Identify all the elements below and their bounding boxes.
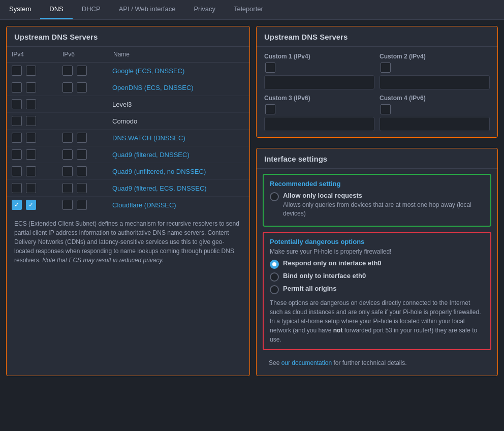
bind-eth0-radio[interactable] xyxy=(270,272,279,282)
custom-upstream-dns-panel: Upstream DNS Servers Custom 1 (IPv4) Cus… xyxy=(256,26,498,138)
table-row: Quad9 (unfiltered, no DNSSEC) xyxy=(7,163,249,180)
ipv6-cell-1 xyxy=(57,79,108,96)
ipv6-checkbox-6-0[interactable] xyxy=(62,166,73,176)
permit-origins-option[interactable]: Permit all origins xyxy=(270,285,484,294)
ipv6-checkbox-1-1[interactable] xyxy=(77,82,87,93)
ipv6-cell-0 xyxy=(57,63,108,79)
ipv6-checkbox-8-0[interactable] xyxy=(62,200,73,210)
col-header-ipv4: IPv4 xyxy=(7,47,57,63)
ipv4-cell-8: ✓✓ xyxy=(7,197,57,213)
allow-local-text: Allow only local requests Allows only qu… xyxy=(283,192,484,218)
ipv4-checkbox-0-0[interactable] xyxy=(12,66,22,76)
custom2-checkbox[interactable] xyxy=(381,63,391,73)
ipv6-checkbox-5-0[interactable] xyxy=(62,149,73,160)
custom2-check-row xyxy=(380,63,490,73)
allow-local-radio[interactable] xyxy=(270,192,279,201)
ipv4-checkbox-1-1[interactable] xyxy=(26,82,36,93)
custom4-item: Custom 4 (IPv6) xyxy=(380,95,490,131)
table-row: OpenDNS (ECS, DNSSEC) xyxy=(7,79,249,96)
allow-local-label: Allow only local requests xyxy=(283,192,484,199)
dns-name-0: Google (ECS, DNSSEC) xyxy=(108,63,249,79)
recommended-title: Recommended setting xyxy=(270,180,484,188)
custom2-input[interactable] xyxy=(380,75,490,89)
ipv6-checkbox-5-1[interactable] xyxy=(77,149,87,160)
dangerous-title: Potentially dangerous options xyxy=(270,238,484,245)
tab-privacy[interactable]: Privacy xyxy=(184,0,225,19)
ipv4-cell-3 xyxy=(7,113,57,130)
interface-settings-panel: Interface settings Recommended setting A… xyxy=(256,148,498,376)
ipv4-checkbox-6-1[interactable] xyxy=(26,166,36,176)
table-row: Quad9 (filtered, ECS, DNSSEC) xyxy=(7,180,249,197)
ipv4-checkbox-0-1[interactable] xyxy=(26,66,36,76)
custom1-input[interactable] xyxy=(264,75,374,89)
ipv6-cell-6 xyxy=(57,163,108,180)
tab-dhcp[interactable]: DHCP xyxy=(73,0,110,19)
ipv4-checkbox-5-0[interactable] xyxy=(12,149,22,160)
ipv4-checkbox-5-1[interactable] xyxy=(26,149,36,160)
upstream-dns-left-panel: Upstream DNS Servers IPv4 IPv6 Name Goog… xyxy=(6,26,250,376)
custom1-checkbox[interactable] xyxy=(265,63,275,73)
custom4-checkbox[interactable] xyxy=(381,104,391,114)
interface-content: Recommended setting Allow only local req… xyxy=(257,169,497,376)
custom1-check-row xyxy=(264,63,374,73)
ipv4-checkbox-6-0[interactable] xyxy=(12,166,22,176)
bind-eth0-label: Bind only to interface eth0 xyxy=(283,272,366,280)
permit-origins-label: Permit all origins xyxy=(283,285,336,292)
ipv4-checkbox-4-1[interactable] xyxy=(26,133,36,143)
dangerous-box: Potentially dangerous options Make sure … xyxy=(263,232,491,350)
tab-dns[interactable]: DNS xyxy=(40,0,72,19)
custom1-item: Custom 1 (IPv4) xyxy=(264,53,374,89)
dangerous-note: These options are dangerous on devices d… xyxy=(270,298,484,344)
ipv6-checkbox-4-0[interactable] xyxy=(62,133,73,143)
ipv4-checkbox-1-0[interactable] xyxy=(12,82,22,93)
ipv4-checkbox-7-1[interactable] xyxy=(26,183,36,193)
custom-dns-grid: Custom 1 (IPv4) Custom 2 (IPv4) Custom 3… xyxy=(257,47,497,137)
bind-eth0-option[interactable]: Bind only to interface eth0 xyxy=(270,272,484,282)
dns-name-6: Quad9 (unfiltered, no DNSSEC) xyxy=(108,163,249,180)
ipv4-checkbox-3-1[interactable] xyxy=(26,116,36,126)
permit-origins-radio[interactable] xyxy=(270,285,279,294)
ipv6-cell-3 xyxy=(57,113,108,130)
tab-teleporter[interactable]: Teleporter xyxy=(225,0,272,19)
ipv6-checkbox-0-0[interactable] xyxy=(62,66,73,76)
ipv4-cell-7 xyxy=(7,180,57,197)
ipv4-cell-5 xyxy=(7,146,57,163)
docs-link[interactable]: our documentation xyxy=(281,359,332,366)
ipv4-checkbox-8-0[interactable]: ✓ xyxy=(12,200,22,210)
ipv4-checkbox-2-0[interactable] xyxy=(12,99,22,109)
main-content: Upstream DNS Servers IPv4 IPv6 Name Goog… xyxy=(0,20,504,382)
ipv6-cell-4 xyxy=(57,130,108,146)
custom4-check-row xyxy=(380,104,490,114)
recommended-box: Recommended setting Allow only local req… xyxy=(263,174,491,227)
respond-eth0-radio[interactable] xyxy=(270,260,279,269)
ipv6-checkbox-8-1[interactable] xyxy=(77,200,87,210)
tab-api-web[interactable]: API / Web interface xyxy=(110,0,185,19)
respond-eth0-option[interactable]: Respond only on interface eth0 xyxy=(270,259,484,269)
custom2-item: Custom 2 (IPv4) xyxy=(380,53,490,89)
ipv4-checkbox-2-1[interactable] xyxy=(26,99,36,109)
ipv6-checkbox-6-1[interactable] xyxy=(77,166,87,176)
custom3-checkbox[interactable] xyxy=(265,104,275,114)
table-row: Google (ECS, DNSSEC) xyxy=(7,63,249,79)
dns-name-8: Cloudflare (DNSSEC) xyxy=(108,197,249,213)
custom3-label: Custom 3 (IPv6) xyxy=(264,95,374,102)
ipv4-cell-2 xyxy=(7,96,57,113)
ipv4-checkbox-8-1[interactable]: ✓ xyxy=(26,200,36,210)
custom3-check-row xyxy=(264,104,374,114)
custom3-input[interactable] xyxy=(264,117,374,131)
ipv6-checkbox-7-1[interactable] xyxy=(77,183,87,193)
right-top-panel-title: Upstream DNS Servers xyxy=(257,26,497,47)
custom4-input[interactable] xyxy=(380,117,490,131)
ipv4-checkbox-7-0[interactable] xyxy=(12,183,22,193)
ipv6-checkbox-7-0[interactable] xyxy=(62,183,73,193)
ipv6-checkbox-1-0[interactable] xyxy=(62,82,73,93)
ipv4-checkbox-4-0[interactable] xyxy=(12,133,22,143)
ipv6-checkbox-0-1[interactable] xyxy=(77,66,87,76)
ecs-note: ECS (Extended Client Subnet) defines a m… xyxy=(7,213,249,271)
tab-system[interactable]: System xyxy=(0,0,40,19)
docs-line: See our documentation for further techni… xyxy=(263,355,491,371)
left-panel-title: Upstream DNS Servers xyxy=(7,26,249,47)
ipv6-checkbox-4-1[interactable] xyxy=(77,133,87,143)
allow-local-option[interactable]: Allow only local requests Allows only qu… xyxy=(270,192,484,218)
ipv4-checkbox-3-0[interactable] xyxy=(12,116,22,126)
